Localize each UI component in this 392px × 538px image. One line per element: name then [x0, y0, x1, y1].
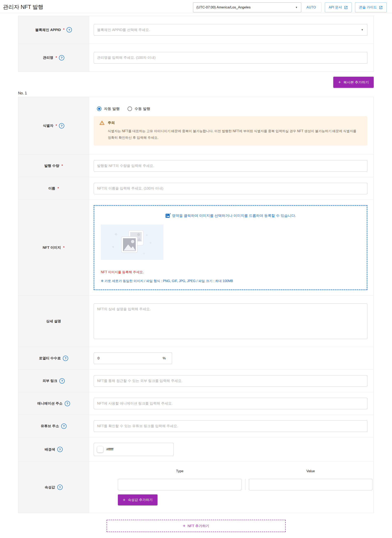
image-placeholder-icon — [109, 227, 156, 257]
external-link-row: 외부 링크 ? — [18, 370, 373, 392]
auto-button[interactable]: AUTO — [301, 3, 321, 12]
plus-icon: + — [338, 80, 341, 85]
api-doc-label: API 문서 — [329, 5, 342, 10]
admin-nft-issue-page: 관리자 NFT 발행 (UTC-07:00) America/Los_Angel… — [0, 0, 392, 532]
youtube-url-input[interactable] — [94, 420, 367, 432]
issue-mode-radio-group: 자동 발행 수동 발행 — [97, 106, 367, 111]
background-color-row: 배경색 ? #ffffff — [18, 438, 373, 462]
background-color-label-cell: 배경색 ? — [18, 438, 89, 461]
quantity-label-cell: 발행 수량* — [18, 155, 89, 177]
chevron-down-icon: ▼ — [361, 28, 364, 31]
image-drop-hint-text: 영역을 클릭하여 이미지를 선택하거나 이미지를 드롭하여 등록할 수 있습니다… — [172, 213, 296, 218]
description-textarea[interactable] — [94, 303, 367, 339]
admin-name-row: 관리명* ? — [18, 44, 373, 71]
timezone-selected-value: (UTC-07:00) America/Los_Angeles — [196, 5, 251, 10]
youtube-url-label-cell: 유튜브 주소 ? — [18, 415, 89, 437]
help-icon[interactable]: ? — [59, 378, 65, 384]
admin-name-content-cell — [89, 44, 373, 71]
name-label-cell: 이름* — [18, 177, 89, 200]
help-icon[interactable]: ? — [63, 356, 68, 361]
quantity-input[interactable] — [94, 160, 367, 172]
chevron-down-icon: ▼ — [295, 6, 298, 9]
attribute-type-input[interactable] — [118, 479, 242, 490]
item-number: No. 1 — [18, 91, 392, 95]
attribute-value-input[interactable] — [249, 479, 373, 490]
external-link-content-cell — [89, 370, 373, 392]
add-attribute-button[interactable]: + 속성값 추가하기 — [118, 495, 158, 505]
blockchain-appid-label: 블록체인 APPID — [35, 28, 61, 32]
animation-url-label: 애니메이션 주소 — [37, 401, 63, 406]
identifier-row: 식별자* ? 자동 발행 수동 발행 — [18, 97, 373, 155]
image-drop-area[interactable]: 영역을 클릭하여 이미지를 선택하거나 이미지를 드롭하여 등록할 수 있습니다… — [94, 205, 367, 290]
image-error-message: NFT 이미지를 등록해 주세요. — [101, 270, 360, 274]
add-copy-button[interactable]: + 복사본 추가하기 — [333, 77, 374, 88]
radio-manual-issue[interactable]: 수동 발행 — [127, 106, 150, 111]
required-mark: * — [56, 124, 57, 128]
image-drop-hint: 영역을 클릭하여 이미지를 선택하거나 이미지를 드롭하여 등록할 수 있습니다… — [101, 213, 360, 218]
warning-body: 식별자는 NFT를 대표하는 고유 아이디이기 때문에 중복이 불가능합니다. … — [108, 128, 360, 141]
blockchain-appid-content-cell: 블록체인 APPID를 선택해 주세요. ▼ — [89, 16, 373, 43]
timezone-select[interactable]: (UTC-07:00) America/Los_Angeles ▼ — [193, 2, 301, 12]
api-doc-button[interactable]: API 문서 — [325, 2, 352, 12]
external-link-label: 외부 링크 — [42, 378, 57, 383]
background-color-content-cell: #ffffff — [89, 438, 373, 461]
quantity-content-cell — [89, 155, 373, 177]
nft-image-label-cell: NFT 이미지* — [18, 200, 89, 295]
console-guide-button[interactable]: 콘솔 가이드 — [355, 2, 387, 12]
quantity-row: 발행 수량* — [18, 155, 373, 177]
add-attribute-button-label: 속성값 추가하기 — [128, 498, 153, 502]
add-nft-button[interactable]: + NFT 추가하기 — [107, 520, 286, 532]
background-color-input-group[interactable]: #ffffff — [94, 443, 174, 456]
radio-auto-issue[interactable]: 자동 발행 — [97, 106, 120, 111]
name-content-cell — [89, 177, 373, 200]
color-swatch[interactable] — [97, 446, 103, 452]
name-input[interactable] — [94, 183, 367, 194]
blockchain-appid-select[interactable]: 블록체인 APPID를 선택해 주세요. ▼ — [94, 24, 367, 36]
add-copy-button-label: 복사본 추가하기 — [343, 80, 369, 85]
youtube-url-row: 유튜브 주소 ? — [18, 415, 373, 438]
help-icon[interactable]: ? — [66, 27, 72, 33]
animation-url-input[interactable] — [94, 398, 367, 409]
app-info-form: 블록체인 APPID* ? 블록체인 APPID를 선택해 주세요. ▼ 관리명… — [18, 16, 374, 72]
attribute-add-row: + 속성값 추가하기 — [118, 495, 373, 505]
name-row: 이름* — [18, 177, 373, 200]
add-copy-row: + 복사본 추가하기 — [18, 77, 374, 88]
royalty-input-group: % — [94, 352, 172, 364]
help-icon[interactable]: ? — [65, 401, 70, 406]
image-requirements-note: ※ 가로 세로가 동일한 이미지 / 파일 형식 : PNG, GIF, JPG… — [101, 279, 360, 283]
attribute-value-header: Value — [249, 469, 373, 473]
name-label: 이름 — [48, 186, 55, 191]
animation-url-row: 애니메이션 주소 ? — [18, 392, 373, 415]
help-icon[interactable]: ? — [57, 447, 63, 452]
royalty-input[interactable] — [94, 353, 135, 363]
background-color-label: 배경색 — [45, 447, 55, 452]
description-content-cell — [89, 296, 373, 347]
required-mark: * — [56, 56, 57, 60]
blockchain-appid-placeholder: 블록체인 APPID를 선택해 주세요. — [97, 28, 150, 32]
help-icon[interactable]: ? — [61, 424, 66, 429]
add-nft-row: + NFT 추가하기 — [0, 520, 392, 532]
youtube-url-content-cell — [89, 415, 373, 437]
attributes-label-cell: 속성값 ? — [18, 462, 89, 513]
nft-image-row: NFT 이미지* 영역을 클릭하여 이미지를 선택하거나 이미지를 드롭하여 등… — [18, 200, 373, 296]
page-title: 관리자 NFT 발행 — [3, 2, 43, 11]
console-guide-label: 콘솔 가이드 — [359, 5, 377, 10]
royalty-row: 로열티 수수료 ? % — [18, 347, 373, 370]
attributes-label: 속성값 — [45, 485, 55, 490]
youtube-url-label: 유튜브 주소 — [41, 424, 59, 428]
required-mark: * — [62, 164, 63, 168]
blockchain-appid-row: 블록체인 APPID* ? 블록체인 APPID를 선택해 주세요. ▼ — [18, 16, 373, 44]
external-link-input[interactable] — [94, 375, 367, 387]
required-mark: * — [63, 246, 65, 250]
help-icon[interactable]: ? — [57, 485, 63, 490]
external-link-icon — [379, 5, 383, 10]
add-photo-icon — [165, 213, 171, 218]
help-icon[interactable]: ? — [59, 55, 64, 60]
quantity-label: 발행 수량 — [44, 163, 59, 168]
animation-url-content-cell — [89, 392, 373, 415]
nft-form: 식별자* ? 자동 발행 수동 발행 — [18, 97, 374, 513]
help-icon[interactable]: ? — [59, 123, 64, 129]
identifier-content-cell: 자동 발행 수동 발행 주의 — [89, 97, 373, 154]
admin-name-input[interactable] — [94, 52, 367, 63]
external-link-icon — [344, 5, 348, 10]
